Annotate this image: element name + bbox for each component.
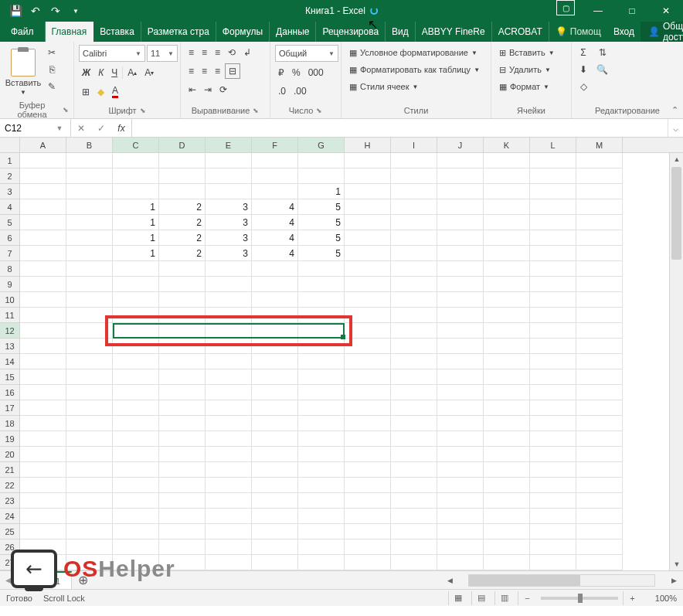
cell-A19[interactable] bbox=[20, 431, 66, 447]
cell-A14[interactable] bbox=[20, 354, 66, 369]
cell-M12[interactable] bbox=[576, 323, 623, 339]
row-header-16[interactable]: 16 bbox=[0, 385, 19, 400]
cell-D5[interactable]: 2 bbox=[159, 215, 206, 230]
cell-L18[interactable] bbox=[530, 416, 576, 431]
cell-M21[interactable] bbox=[576, 462, 623, 478]
cell-M24[interactable] bbox=[576, 509, 623, 524]
cell-E25[interactable] bbox=[206, 524, 252, 539]
cell-D25[interactable] bbox=[159, 524, 206, 539]
cell-K23[interactable] bbox=[484, 493, 530, 509]
cell-A6[interactable] bbox=[20, 230, 66, 246]
cell-A18[interactable] bbox=[20, 416, 66, 431]
cell-I9[interactable] bbox=[391, 277, 437, 292]
align-middle-button[interactable]: ≡ bbox=[199, 45, 210, 60]
cell-M15[interactable] bbox=[576, 369, 623, 385]
cell-M25[interactable] bbox=[576, 524, 623, 539]
font-launcher[interactable]: ⬊ bbox=[140, 107, 146, 114]
cell-D2[interactable] bbox=[159, 168, 206, 184]
row-header-8[interactable]: 8 bbox=[0, 261, 19, 277]
cell-B17[interactable] bbox=[66, 400, 113, 416]
cell-C3[interactable] bbox=[113, 184, 159, 199]
cell-C7[interactable]: 1 bbox=[113, 246, 159, 261]
scroll-up-button[interactable]: ▲ bbox=[670, 153, 683, 165]
cell-C25[interactable] bbox=[113, 524, 159, 539]
cell-B7[interactable] bbox=[66, 246, 113, 261]
cell-L20[interactable] bbox=[530, 447, 576, 462]
cell-F25[interactable] bbox=[252, 524, 298, 539]
cell-F16[interactable] bbox=[252, 385, 298, 400]
cell-G14[interactable] bbox=[298, 354, 345, 369]
cell-E20[interactable] bbox=[206, 447, 252, 462]
cell-A20[interactable] bbox=[20, 447, 66, 462]
cell-C10[interactable] bbox=[113, 292, 159, 308]
number-launcher[interactable]: ⬊ bbox=[316, 107, 322, 114]
cell-H16[interactable] bbox=[345, 385, 391, 400]
cell-styles-button[interactable]: ▦Стили ячеек▼ bbox=[346, 79, 421, 94]
cell-K26[interactable] bbox=[484, 539, 530, 555]
cell-K8[interactable] bbox=[484, 261, 530, 277]
cell-M19[interactable] bbox=[576, 431, 623, 447]
cell-K25[interactable] bbox=[484, 524, 530, 539]
cell-J24[interactable] bbox=[437, 509, 484, 524]
cell-H7[interactable] bbox=[345, 246, 391, 261]
cell-C18[interactable] bbox=[113, 416, 159, 431]
cell-L2[interactable] bbox=[530, 168, 576, 184]
cell-K16[interactable] bbox=[484, 385, 530, 400]
tab-page-layout[interactable]: Разметка стра bbox=[141, 22, 216, 42]
cell-H24[interactable] bbox=[345, 509, 391, 524]
cell-C9[interactable] bbox=[113, 277, 159, 292]
cell-I4[interactable] bbox=[391, 199, 437, 215]
cell-K10[interactable] bbox=[484, 292, 530, 308]
cell-G11[interactable] bbox=[298, 308, 345, 323]
cell-B18[interactable] bbox=[66, 416, 113, 431]
page-break-view-button[interactable]: ▥ bbox=[494, 591, 513, 605]
tab-abbyy[interactable]: ABBYY FineRe bbox=[416, 22, 492, 42]
insert-function-button[interactable]: fx bbox=[111, 123, 131, 134]
col-header-G[interactable]: G bbox=[298, 138, 345, 152]
cell-J14[interactable] bbox=[437, 354, 484, 369]
cell-I20[interactable] bbox=[391, 447, 437, 462]
ribbon-options-button[interactable]: ▢ bbox=[556, 0, 575, 15]
cell-M16[interactable] bbox=[576, 385, 623, 400]
cell-M4[interactable] bbox=[576, 199, 623, 215]
cell-H19[interactable] bbox=[345, 431, 391, 447]
cell-C11[interactable] bbox=[113, 308, 159, 323]
cell-G9[interactable] bbox=[298, 277, 345, 292]
cell-F10[interactable] bbox=[252, 292, 298, 308]
sheet-tab-1[interactable]: Лист1 bbox=[26, 571, 72, 589]
cell-D26[interactable] bbox=[159, 539, 206, 555]
clipboard-launcher[interactable]: ⬊ bbox=[63, 106, 69, 114]
cell-G1[interactable] bbox=[298, 153, 345, 168]
col-header-C[interactable]: C bbox=[113, 138, 159, 152]
cell-M1[interactable] bbox=[576, 153, 623, 168]
cell-K20[interactable] bbox=[484, 447, 530, 462]
collapse-ribbon-button[interactable]: ⌃ bbox=[671, 105, 678, 115]
row-header-26[interactable]: 26 bbox=[0, 539, 19, 555]
cell-D19[interactable] bbox=[159, 431, 206, 447]
page-layout-view-button[interactable]: ▤ bbox=[471, 591, 490, 605]
cell-F11[interactable] bbox=[252, 308, 298, 323]
cell-B9[interactable] bbox=[66, 277, 113, 292]
cell-G4[interactable]: 5 bbox=[298, 199, 345, 215]
cell-A10[interactable] bbox=[20, 292, 66, 308]
tab-view[interactable]: Вид bbox=[386, 22, 416, 42]
decrease-decimal-button[interactable]: .00 bbox=[291, 83, 310, 99]
cell-K24[interactable] bbox=[484, 509, 530, 524]
format-painter-button[interactable]: ✎ bbox=[45, 79, 59, 94]
cell-K14[interactable] bbox=[484, 354, 530, 369]
cell-A17[interactable] bbox=[20, 400, 66, 416]
row-header-4[interactable]: 4 bbox=[0, 199, 19, 215]
cell-I21[interactable] bbox=[391, 462, 437, 478]
cancel-formula-button[interactable]: ✕ bbox=[71, 123, 91, 134]
cell-J22[interactable] bbox=[437, 478, 484, 493]
cell-B16[interactable] bbox=[66, 385, 113, 400]
cell-F15[interactable] bbox=[252, 369, 298, 385]
cell-I25[interactable] bbox=[391, 524, 437, 539]
share-button[interactable]: 👤 Общий доступ bbox=[641, 21, 683, 43]
cell-E10[interactable] bbox=[206, 292, 252, 308]
cell-B2[interactable] bbox=[66, 168, 113, 184]
cell-F9[interactable] bbox=[252, 277, 298, 292]
cell-F2[interactable] bbox=[252, 168, 298, 184]
cell-H9[interactable] bbox=[345, 277, 391, 292]
cell-B20[interactable] bbox=[66, 447, 113, 462]
